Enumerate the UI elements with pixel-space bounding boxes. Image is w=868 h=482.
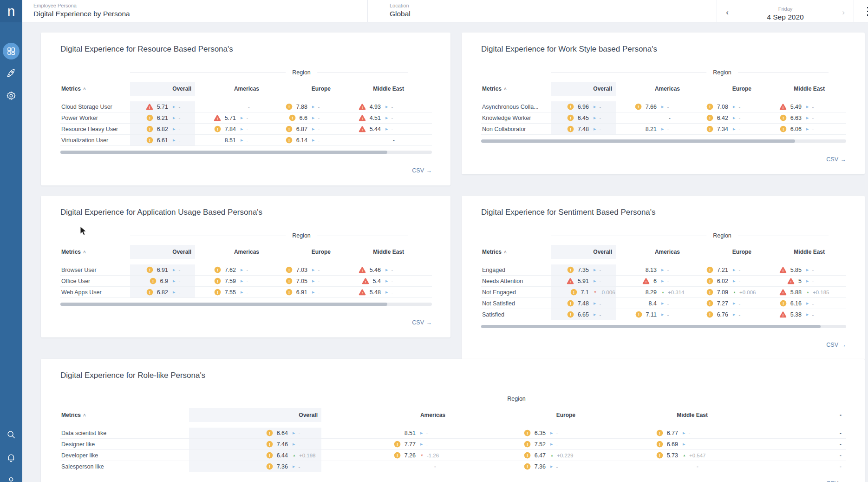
- sidebar-item-search[interactable]: [3, 426, 20, 443]
- score-cell[interactable]: 8.21▶-: [616, 124, 684, 134]
- score-cell[interactable]: 8.4▶-: [616, 298, 684, 309]
- sidebar-item-launch[interactable]: [3, 65, 20, 82]
- scrollbar-thumb[interactable]: [481, 325, 821, 328]
- score-cell[interactable]: !5.4▶-: [334, 276, 408, 286]
- score-cell[interactable]: -: [711, 439, 846, 449]
- csv-export-link[interactable]: CSV→: [412, 167, 432, 174]
- score-cell[interactable]: -: [711, 450, 846, 461]
- score-cell[interactable]: !5.85▶-: [755, 264, 829, 275]
- score-cell[interactable]: !5.73▲+0.547: [579, 450, 711, 461]
- score-cell[interactable]: !7.11▶-: [616, 309, 684, 320]
- score-cell[interactable]: !6.69▶-: [579, 439, 711, 449]
- score-cell[interactable]: !7.36▶-: [449, 461, 579, 472]
- score-cell[interactable]: !4.51▶-: [334, 112, 408, 123]
- score-cell[interactable]: -: [321, 461, 449, 472]
- sidebar-item-settings[interactable]: [3, 87, 20, 104]
- score-cell[interactable]: !6▶-: [616, 276, 684, 286]
- score-cell[interactable]: !6.91▶-: [263, 287, 334, 297]
- score-cell[interactable]: !6.16▶-: [755, 298, 829, 309]
- metrics-sort-header[interactable]: Metrics˄: [60, 82, 130, 96]
- score-cell[interactable]: !6.02▶-: [684, 276, 755, 286]
- score-cell[interactable]: !5.49▶-: [755, 101, 829, 112]
- score-cell[interactable]: !5.46▶-: [334, 264, 408, 275]
- score-cell[interactable]: -: [616, 112, 684, 123]
- score-cell[interactable]: !7.26▼-1.26: [321, 450, 449, 461]
- score-cell[interactable]: !7.03▶-: [263, 264, 334, 275]
- score-cell[interactable]: !4.93▶-: [334, 101, 408, 112]
- scrollbar-thumb[interactable]: [60, 303, 387, 306]
- app-logo[interactable]: n: [0, 0, 22, 22]
- csv-export-link[interactable]: CSV→: [412, 319, 432, 326]
- score-cell[interactable]: !7.77▶-: [321, 439, 449, 449]
- score-cell[interactable]: !6.77▶-: [579, 428, 711, 438]
- score-cell[interactable]: !7.34▶-: [684, 124, 755, 134]
- score-cell[interactable]: !5.48▶-: [334, 287, 408, 297]
- metrics-sort-header[interactable]: Metrics˄: [481, 82, 551, 96]
- prev-day-button[interactable]: ‹: [717, 8, 737, 17]
- csv-export-link[interactable]: CSV→: [826, 480, 846, 482]
- score-cell[interactable]: !6.6▶-: [263, 112, 334, 123]
- sidebar-item-dashboards[interactable]: [3, 43, 20, 59]
- horizontal-scrollbar[interactable]: [481, 139, 846, 143]
- score-cell[interactable]: !6.82▶-: [130, 287, 195, 297]
- score-cell[interactable]: !7.59▶-: [195, 276, 263, 286]
- score-cell[interactable]: 8.51▶-: [321, 428, 449, 438]
- csv-export-link[interactable]: CSV→: [826, 156, 846, 163]
- score-cell[interactable]: !6.47▲+0.229: [449, 450, 579, 461]
- score-cell[interactable]: 8.51▶-: [195, 135, 263, 145]
- date-selector[interactable]: Friday 4 Sep 2020: [737, 3, 833, 22]
- score-cell[interactable]: !6.21▶-: [130, 112, 195, 123]
- score-cell[interactable]: !7.88▶-: [263, 101, 334, 112]
- score-cell[interactable]: 8.13▶-: [616, 264, 684, 275]
- score-cell[interactable]: !7.55▶-: [195, 287, 263, 297]
- score-cell[interactable]: !7.27▶-: [684, 298, 755, 309]
- score-cell[interactable]: !5.71▶-: [130, 101, 195, 112]
- score-cell[interactable]: !7.46▶-: [189, 439, 321, 449]
- scrollbar-thumb[interactable]: [60, 151, 387, 154]
- horizontal-scrollbar[interactable]: [481, 325, 846, 328]
- score-cell[interactable]: !7.08▶-: [684, 101, 755, 112]
- score-cell[interactable]: !7.84▶-: [195, 124, 263, 134]
- score-cell[interactable]: !6.82▶-: [130, 124, 195, 134]
- score-cell[interactable]: !6.06▶-: [755, 124, 829, 134]
- score-cell[interactable]: !6.63▶-: [755, 112, 829, 123]
- score-cell[interactable]: !5.44▶-: [334, 124, 408, 134]
- score-cell[interactable]: !6.61▶-: [130, 135, 195, 145]
- score-cell[interactable]: !6.76▶-: [684, 309, 755, 320]
- score-cell[interactable]: -: [579, 461, 711, 472]
- score-cell[interactable]: !5.88▲+0.185: [755, 287, 829, 297]
- score-cell[interactable]: !7.05▶-: [263, 276, 334, 286]
- document-selector[interactable]: Employee Persona Digital Experience by P…: [22, 0, 367, 22]
- score-cell[interactable]: !6.9▶-: [130, 276, 195, 286]
- score-cell[interactable]: !7.66▶-: [616, 101, 684, 112]
- score-cell[interactable]: !6.96▶-: [551, 101, 616, 112]
- csv-export-link[interactable]: CSV→: [826, 342, 846, 348]
- sidebar-item-notifications[interactable]: [3, 449, 20, 466]
- metrics-sort-header[interactable]: Metrics˄: [481, 245, 551, 259]
- score-cell[interactable]: 8.29▲+0.314: [616, 287, 684, 297]
- metrics-sort-header[interactable]: Metrics˄: [60, 408, 189, 422]
- score-cell[interactable]: !6.64▶-: [189, 428, 321, 438]
- score-cell[interactable]: !7.21▶-: [684, 264, 755, 275]
- score-cell[interactable]: !5.91▶-: [551, 276, 616, 286]
- horizontal-scrollbar[interactable]: [60, 151, 432, 154]
- score-cell[interactable]: !7.48▶-: [551, 124, 616, 134]
- score-cell[interactable]: !6.87▶-: [263, 124, 334, 134]
- scrollbar-thumb[interactable]: [481, 139, 795, 143]
- score-cell[interactable]: !5.71▶-: [195, 112, 263, 123]
- score-cell[interactable]: !6.44▲+0.198: [189, 450, 321, 461]
- score-cell[interactable]: !7.35▶-: [551, 264, 616, 275]
- score-cell[interactable]: !7.09▲+0.006: [684, 287, 755, 297]
- score-cell[interactable]: !5.38▶-: [755, 309, 829, 320]
- score-cell[interactable]: !7.52▶-: [449, 439, 579, 449]
- score-cell[interactable]: -: [195, 101, 263, 112]
- metrics-sort-header[interactable]: Metrics˄: [60, 245, 130, 259]
- horizontal-scrollbar[interactable]: [60, 303, 432, 306]
- score-cell[interactable]: !7.1▼-0.006: [551, 287, 616, 297]
- score-cell[interactable]: !6.91▶-: [130, 264, 195, 275]
- score-cell[interactable]: !6.35▶-: [449, 428, 579, 438]
- score-cell[interactable]: !5▶-: [755, 276, 829, 286]
- sidebar-item-user[interactable]: [3, 473, 20, 482]
- next-day-button[interactable]: ›: [833, 8, 854, 17]
- score-cell[interactable]: -: [334, 135, 408, 145]
